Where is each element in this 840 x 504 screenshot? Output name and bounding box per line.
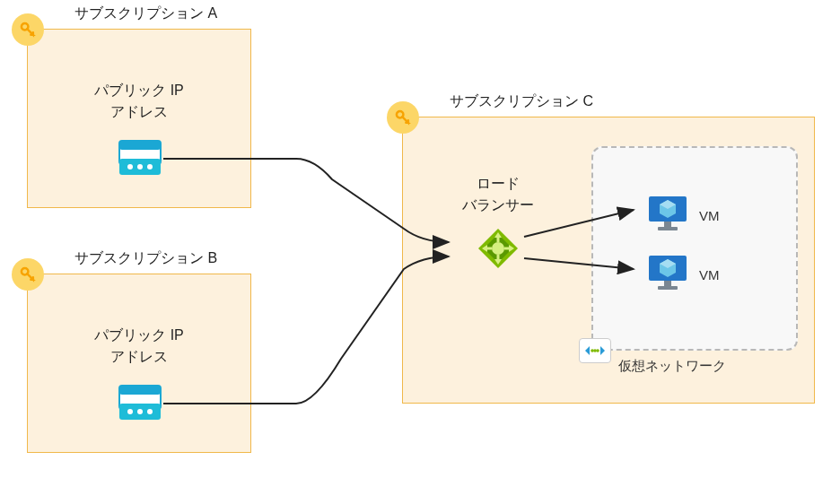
svg-rect-24 — [658, 227, 678, 230]
svg-point-17 — [492, 242, 504, 255]
vm-icon — [647, 254, 688, 295]
public-ip-a-label: パブリック IP アドレス — [28, 80, 250, 123]
subscription-b-title: サブスクリプション B — [74, 249, 217, 268]
svg-marker-32 — [585, 346, 590, 355]
vm-1-label: VM — [699, 208, 720, 223]
vnet-label: 仮想ネットワーク — [618, 358, 726, 375]
svg-point-6 — [147, 164, 153, 169]
svg-point-12 — [137, 409, 143, 414]
svg-point-5 — [137, 164, 143, 169]
public-ip-icon — [118, 382, 162, 425]
public-ip-b-label: パブリック IP アドレス — [28, 325, 250, 368]
load-balancer-icon — [477, 227, 520, 274]
vm-2-label: VM — [699, 267, 720, 282]
svg-point-36 — [596, 349, 599, 352]
svg-rect-2 — [119, 141, 161, 150]
svg-point-13 — [147, 409, 153, 414]
svg-rect-9 — [119, 386, 161, 395]
vnet-icon — [579, 338, 611, 363]
vm-1: VM — [647, 195, 720, 236]
public-ip-icon — [118, 137, 162, 180]
svg-marker-33 — [600, 346, 605, 355]
subscription-a-title: サブスクリプション A — [74, 4, 217, 23]
key-icon — [12, 258, 44, 291]
key-icon — [387, 101, 419, 134]
diagram-canvas: サブスクリプション A パブリック IP アドレス サブスクリプション B — [0, 0, 840, 504]
svg-rect-23 — [664, 222, 671, 227]
subscription-a-box: サブスクリプション A パブリック IP アドレス — [27, 29, 251, 208]
subscription-b-box: サブスクリプション B パブリック IP アドレス — [27, 274, 251, 453]
svg-rect-29 — [658, 286, 678, 290]
svg-point-11 — [127, 409, 133, 414]
subscription-c-box: サブスクリプション C ロード バランサー — [402, 117, 815, 404]
virtual-network-box: VM VM — [591, 146, 798, 351]
load-balancer-label: ロード バランサー — [444, 173, 552, 216]
subscription-c-title: サブスクリプション C — [450, 92, 593, 111]
key-icon — [12, 13, 44, 46]
svg-point-4 — [127, 164, 133, 169]
vm-2: VM — [647, 254, 720, 295]
svg-rect-28 — [664, 281, 671, 286]
vm-icon — [647, 195, 688, 236]
